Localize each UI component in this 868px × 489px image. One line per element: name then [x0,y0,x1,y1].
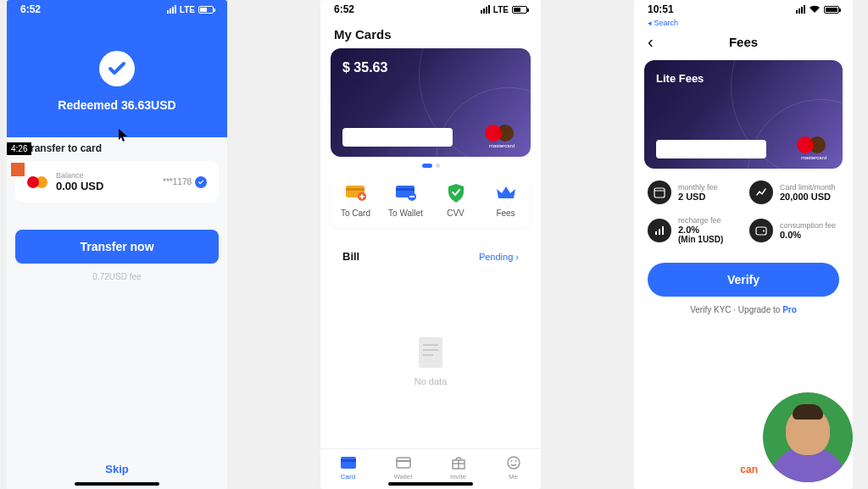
svg-rect-12 [341,459,356,462]
cvv-button[interactable]: CVV [431,183,481,218]
chart-icon [648,219,671,242]
balance-value: 0.00 USD [56,180,154,192]
pro-link[interactable]: Pro [782,305,797,314]
fee-card: Lite Fees mastercard [644,60,843,169]
svg-rect-8 [423,344,438,346]
signal-icon [796,5,805,14]
network-label: LTE [180,5,195,14]
tab-invite[interactable]: Invite [431,454,486,481]
svg-rect-9 [423,349,438,351]
action-label: CVV [431,208,481,218]
fee-text: 0.72USD fee [15,272,219,281]
bill-row[interactable]: Bill Pending › [331,240,531,273]
skip-button[interactable]: Skip [15,447,219,482]
page-title: Fees [648,35,839,49]
home-indicator [388,482,473,486]
battery-icon [198,6,214,14]
card-title: Lite Fees [656,72,831,85]
bill-status[interactable]: Pending › [479,252,519,262]
signal-icon [481,5,490,14]
empty-state: No data [320,273,541,448]
svg-rect-23 [756,227,766,235]
svg-point-18 [515,460,516,462]
status-time: 6:52 [20,3,41,15]
header: ‹ Fees [634,27,853,57]
svg-rect-21 [659,229,660,235]
card-number-field [342,128,453,147]
card-pager[interactable] [320,164,541,168]
signal-icon [167,5,176,14]
verified-badge-icon [195,176,207,188]
tab-bar: Card Wallet Invite Me [320,448,541,482]
battery-icon [512,6,527,14]
svg-rect-10 [423,354,433,356]
svg-rect-4 [396,188,415,191]
mastercard-icon [485,124,514,142]
transfer-heading: ransfer to card [15,137,219,161]
presenter-avatar [763,392,853,482]
virtual-card[interactable]: $ 35.63 mastercard [331,48,531,157]
fee-monthly: monthly fee2 USD [648,181,737,204]
svg-point-24 [763,230,765,231]
action-label: To Card [331,208,381,218]
action-row: To Card To Wallet CVV Fees [331,173,531,228]
empty-text: No data [415,376,448,386]
card-brand: mastercard [485,124,519,148]
video-marker [11,163,25,176]
card-selector[interactable]: Balance 0.00 USD ***1178 [15,161,219,203]
balance-label: Balance [56,171,154,180]
fees-button[interactable]: Fees [481,183,531,218]
tab-card[interactable]: Card [320,454,376,481]
to-wallet-icon [381,183,431,203]
svg-rect-11 [341,457,356,469]
svg-rect-1 [346,188,364,191]
wallet-icon [749,219,773,242]
card-brand: mastercard [797,136,831,160]
redeem-hero: 6:52 LTE Redeemed 36.63USD [7,0,227,137]
status-bar: 6:52 LTE [7,0,227,19]
calendar-icon [648,181,671,204]
activity-icon [749,181,773,204]
fee-grid: monthly fee2 USD Card limit/month20,000 … [648,181,839,244]
card-number-field [656,140,766,158]
tab-me[interactable]: Me [486,454,541,481]
mastercard-icon [797,136,826,154]
svg-point-17 [510,460,512,462]
to-wallet-button[interactable]: To Wallet [381,183,431,218]
smiley-icon [486,454,541,471]
video-timestamp: 4:26 [7,142,31,155]
wallet-icon [376,454,431,471]
card-balance: $ 35.63 [342,60,519,75]
wifi-icon [809,5,821,14]
gift-icon [431,454,486,471]
redeemed-amount: Redeemed 36.63USD [7,98,227,112]
crown-icon [481,183,531,203]
verify-button[interactable]: Verify [648,263,839,297]
transfer-now-button[interactable]: Transfer now [15,230,219,264]
svg-point-16 [508,457,520,469]
mastercard-icon [27,175,47,189]
fee-recharge: recharge fee2.0%(Min 1USD) [648,216,737,244]
tab-wallet[interactable]: Wallet [376,454,431,481]
caption-text: can [740,464,758,475]
status-bar: 6:52 LTE [320,0,541,19]
back-search[interactable]: ◂ Search [634,19,853,27]
redeem-body: ransfer to card Balance 0.00 USD ***1178… [7,137,227,489]
svg-rect-19 [654,188,665,197]
svg-rect-7 [419,337,442,368]
status-time: 10:51 [648,3,674,15]
page-title: My Cards [320,19,541,48]
balance-block: Balance 0.00 USD [56,171,154,192]
card-last4: ***1178 [163,176,207,188]
shield-icon [431,183,481,203]
svg-rect-6 [409,196,415,197]
svg-rect-20 [655,231,657,235]
bill-label: Bill [342,250,359,263]
to-card-icon [331,183,381,203]
status-bar: 10:51 [634,0,853,19]
svg-rect-22 [662,226,664,235]
phone-redeem: 4:26 6:52 LTE Redeemed 36.63USD ransfer … [7,0,227,489]
home-indicator [75,482,159,486]
network-label: LTE [493,5,509,14]
to-card-button[interactable]: To Card [331,183,381,218]
